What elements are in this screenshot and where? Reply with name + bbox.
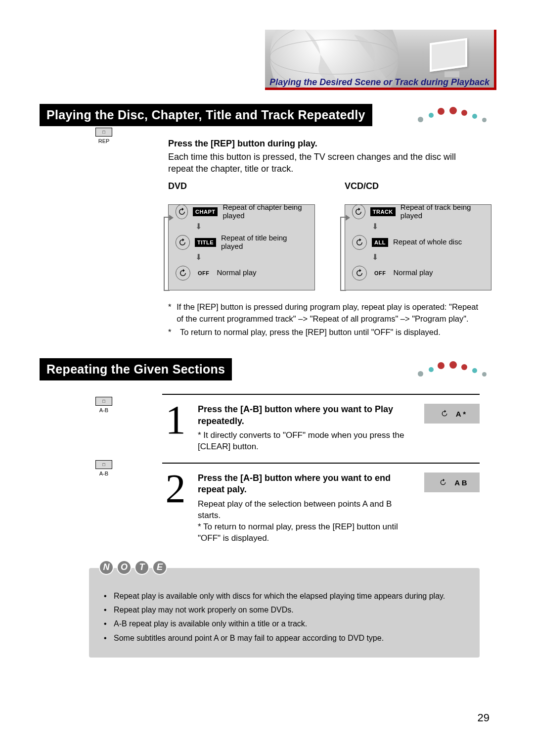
remote-button-glyph: □ [95,128,112,137]
note-item: Some subtitles around point A or B may f… [114,633,384,644]
repeat-icon [352,266,367,281]
flow-tag: TRACK [370,207,396,216]
flow-tag: CHAPT [193,207,218,216]
manual-page: Playing the Desired Scene or Track durin… [0,0,534,756]
flow-arrow-icon: ⬇ [370,252,380,263]
remote-button-ab-2: □ A-B [94,460,114,476]
flow-tag: ALL [372,238,388,247]
flow-vcdcd: VCD/CD TRACK Repeat of track being playe… [345,194,491,290]
flow-vcd-title: VCD/CD [343,181,381,191]
flow-desc: Repeat of chapter being played [222,203,308,220]
osd-text: A B [454,478,467,487]
repeat-icon [352,235,367,250]
flow-arrow-icon: ⬇ [370,222,380,233]
flow-desc: Repeat of whole disc [393,238,462,246]
repeat-icon [176,266,190,281]
note-item: Repeat play is available only with discs… [114,591,445,602]
heading-2: Repeating the Given Sections [40,358,232,380]
flow-desc: Normal play [394,269,433,277]
flow-dvd-title: DVD [166,181,189,191]
step-heading: Press the [A-B] button where you want to… [198,404,415,427]
remote-button-rep: □ REP [94,128,114,144]
step-number: 2 [162,472,189,544]
osd-indicator: A * [424,404,480,424]
notes-list-1: *If the [REP] button is pressed during p… [168,301,480,339]
flow-desc: Repeat of track being played [400,203,484,220]
step-heading: Press the [A-B] button where you want to… [198,472,415,496]
heading-row-1: Playing the Disc, Chapter, Title and Tra… [40,104,494,127]
flow-tag: TITLE [195,238,216,247]
note-item: If the [REP] button is pressed during pr… [177,301,480,325]
repeat-icon [176,235,190,250]
step-text: * It directly converts to "OFF" mode whe… [198,430,415,453]
note-letter: O [117,560,132,575]
step-text: Repeat play of the selection between poi… [198,499,415,544]
step-2: 2 Press the [A-B] button where you want … [162,463,480,554]
step-1: 1 Press the [A-B] button where you want … [162,394,480,463]
heading-row-2: Repeating the Given Sections [40,358,494,381]
monitor-icon [430,41,474,79]
osd-text: A * [456,410,466,418]
repeat-icon [438,407,451,420]
note-box: N O T E •Repeat play is available only w… [89,568,480,658]
osd-indicator: A B [424,472,480,492]
steps-block: 1 Press the [A-B] button where you want … [162,394,480,554]
note-letter: N [99,560,114,575]
intro-subheading: Press the [REP] button during play. [168,139,480,149]
note-letter: E [152,560,167,575]
remote-button-glyph: □ [95,460,112,469]
section-breadcrumb: Playing the Desired Scene or Track durin… [269,77,490,88]
repeat-icon [437,476,449,489]
flow-tag: OFF [372,269,389,278]
intro-text: Each time this button is pressed, the TV… [168,151,480,175]
note-label: N O T E [99,560,167,575]
repeat-icon [352,204,365,219]
flow-tag: OFF [195,269,212,278]
heading-1: Playing the Disc, Chapter, Title and Tra… [40,104,372,126]
remote-button-label: A-B [99,471,108,476]
repeat-icon [176,204,188,219]
decorative-dots [418,107,494,127]
flow-dvd: DVD CHAPT Repeat of chapter being played… [168,194,315,290]
remote-button-label: A-B [99,407,108,413]
intro-block: Press the [REP] button during play. Each… [168,139,480,338]
note-item: To return to normal play, press the [REP… [180,327,441,338]
page-number: 29 [478,711,490,724]
flow-desc: Repeat of title being played [221,234,308,250]
note-item: Repeat play may not work properly on som… [114,605,294,615]
note-item: A-B repeat play is available only within… [114,618,307,629]
remote-button-label: REP [98,138,110,144]
remote-button-ab-1: □ A-B [94,397,114,413]
decorative-dots [418,361,494,381]
flow-arrow-icon: ⬇ [193,222,203,233]
flow-diagrams: DVD CHAPT Repeat of chapter being played… [168,194,480,290]
flow-arrow-icon: ⬇ [193,252,203,263]
step-number: 1 [162,404,189,453]
flow-desc: Normal play [217,269,257,277]
remote-button-glyph: □ [95,397,112,406]
note-letter: T [134,560,149,575]
